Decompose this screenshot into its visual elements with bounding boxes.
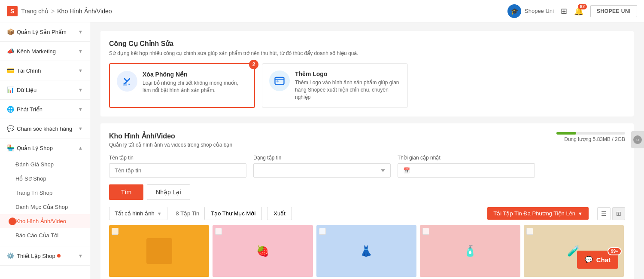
chevron-down-icon: ▼ xyxy=(578,211,583,216)
sidebar-item-tai-chinh[interactable]: 💳 Tài Chính ▼ xyxy=(0,61,90,80)
image-thumbnail-1[interactable] xyxy=(109,225,209,277)
storage-label: Dung lượng 5.83MB / 2GB xyxy=(564,136,625,142)
filter-label-date: Thời gian cập nhật xyxy=(398,155,535,161)
folder-label: Tất cả hình ảnh xyxy=(115,210,155,217)
tool-section: Công Cụ Chỉnh Sửa Sử dụng kết hợp nhiều … xyxy=(100,31,634,117)
breadcrumb-sep: > xyxy=(51,8,55,15)
svg-rect-0 xyxy=(123,83,127,86)
image-thumbnail-2[interactable]: 🍓 xyxy=(213,225,313,277)
grid-view-button[interactable]: ⊞ xyxy=(612,207,625,220)
data-icon: 📊 xyxy=(7,86,14,93)
sidebar: 📦 Quản Lý Sản Phẩm ▼ 📣 Kênh Marketing ▼ … xyxy=(0,22,90,279)
image-checkbox-2[interactable] xyxy=(215,228,222,235)
image-checkbox-4[interactable] xyxy=(422,228,429,235)
sidebar-item-quan-ly-san-pham[interactable]: 📦 Quản Lý Sản Phẩm ▼ xyxy=(0,22,90,41)
image-thumbnail-4[interactable]: 🧴 xyxy=(420,225,520,277)
layout: 📦 Quản Lý Sản Phẩm ▼ 📣 Kênh Marketing ▼ … xyxy=(0,22,644,279)
shopee-uni-button[interactable]: SHOPEE UNI xyxy=(590,5,637,17)
svg-point-2 xyxy=(276,80,279,83)
sidebar-item-trang-tri-shop[interactable]: Trang Trí Shop xyxy=(0,186,90,200)
sidebar-item-danh-gia-shop[interactable]: Đánh Giá Shop xyxy=(0,157,90,172)
sidebar-item-kenh-marketing[interactable]: 📣 Kênh Marketing ▼ xyxy=(0,42,90,61)
image-checkbox-3[interactable] xyxy=(319,228,326,235)
filter-group-filename: Tên tập tin xyxy=(109,155,246,178)
chat-badge: 99+ xyxy=(608,247,622,255)
products-icon: 📦 xyxy=(7,28,14,35)
chevron-down-icon: ▼ xyxy=(78,126,83,131)
tool-card-them-logo[interactable]: Thêm Logo Thêm Logo vào hình ảnh sản phẩ… xyxy=(262,63,408,108)
tool-card-logo-title: Thêm Logo xyxy=(295,71,401,77)
sidebar-label-finance: Tài Chính xyxy=(17,67,41,74)
chevron-down-icon: ▼ xyxy=(78,87,83,92)
tool-section-description: Sử dụng kết hợp nhiều công cụ chỉnh sửa … xyxy=(109,50,625,56)
sidebar-item-phat-trien[interactable]: 🌐 Phát Triển ▼ xyxy=(0,100,90,119)
sidebar-label-marketing: Kênh Marketing xyxy=(17,48,56,55)
export-button[interactable]: Xuất xyxy=(267,207,292,220)
sidebar-item-bao-cao[interactable]: Báo Cáo Của Tôi xyxy=(0,228,90,242)
shopee-logo[interactable]: S xyxy=(7,6,18,16)
breadcrumb-current: Kho Hình Ảnh/Video xyxy=(57,8,112,15)
sidebar-submenu-shop: Đánh Giá Shop Hồ Sơ Shop Trang Trí Shop … xyxy=(0,157,90,246)
chevron-down-icon: ▼ xyxy=(78,107,83,112)
image-thumbnail-3[interactable]: 👗 xyxy=(316,225,416,277)
media-section: Kho Hình Ảnh/Video Quản lý tất cả hình ả… xyxy=(100,123,634,279)
image-checkbox-5[interactable] xyxy=(526,228,533,235)
sidebar-item-kho-hinh-anh[interactable]: Kho Hình Ảnh/Video xyxy=(0,214,90,228)
filter-label-filetype: Dạng tập tin xyxy=(253,155,391,161)
reset-button[interactable]: Nhập Lại xyxy=(147,184,190,200)
svg-rect-1 xyxy=(275,77,284,84)
storage-bar-fill xyxy=(556,132,576,135)
sidebar-item-du-lieu[interactable]: 📊 Dữ Liệu ▼ xyxy=(0,80,90,99)
list-view-button[interactable]: ☰ xyxy=(597,207,611,220)
breadcrumb-home[interactable]: Trang chủ xyxy=(21,8,49,15)
upload-label: Tải Tập Tin Đa Phương Tiện Lên xyxy=(493,210,575,217)
sidebar-section-shop: 🏪 Quản Lý Shop ▲ Đánh Giá Shop Hồ Sơ Sho… xyxy=(0,138,90,246)
folder-select-dropdown[interactable]: Tất cả hình ảnh ▼ xyxy=(109,207,167,220)
filter-date-input[interactable]: 📅 xyxy=(398,163,535,178)
grid-icon[interactable]: ⊞ xyxy=(561,6,567,16)
chevron-up-icon: ▲ xyxy=(78,145,83,150)
media-header-left: Kho Hình Ảnh/Video Quản lý tất cả hình ả… xyxy=(109,132,232,148)
develop-icon: 🌐 xyxy=(7,106,14,113)
sidebar-item-cham-soc[interactable]: 💬 Chăm sóc khách hàng ▼ xyxy=(0,119,90,138)
sidebar-item-ho-so-shop[interactable]: Hồ Sơ Shop xyxy=(0,172,90,186)
sidebar-label-data: Dữ Liệu xyxy=(17,87,36,93)
create-folder-button[interactable]: Tạo Thư Mục Mới xyxy=(204,207,262,220)
breadcrumb: Trang chủ > Kho Hình Ảnh/Video xyxy=(21,8,112,15)
notification-button[interactable]: 🔔 82 xyxy=(574,6,583,16)
sidebar-section-data: 📊 Dữ Liệu ▼ xyxy=(0,80,90,100)
sidebar-section-cskh: 💬 Chăm sóc khách hàng ▼ xyxy=(0,119,90,138)
sidebar-section-develop: 🌐 Phát Triển ▼ xyxy=(0,100,90,119)
filter-select-filetype[interactable] xyxy=(253,163,391,178)
search-button[interactable]: Tìm xyxy=(109,184,143,200)
tool-cards-container: Xóa Phông Nền Loại bỏ những chi tiết khô… xyxy=(109,63,625,108)
sidebar-section-products: 📦 Quản Lý Sản Phẩm ▼ xyxy=(0,22,90,42)
chat-button[interactable]: 💬 Chat 99+ xyxy=(577,251,618,269)
sidebar-item-quan-ly-shop[interactable]: 🏪 Quản Lý Shop ▲ xyxy=(0,138,90,157)
marketing-icon: 📣 xyxy=(7,48,14,55)
step-badge-2: 2 xyxy=(249,60,258,69)
image-grid: 🍓 👗 🧴 🧪 xyxy=(109,225,625,277)
them-logo-icon xyxy=(269,71,290,91)
filter-input-filename[interactable] xyxy=(109,163,246,178)
tool-card-xoa-desc: Loại bỏ những chi tiết không mong muốn, … xyxy=(143,80,247,94)
chevron-down-icon: ▼ xyxy=(78,253,83,258)
topnav-right: 🎓 Shopee Uni ⊞ 🔔 82 SHOPEE UNI xyxy=(507,4,637,18)
storage-info: Dung lượng 5.83MB / 2GB xyxy=(556,132,625,142)
chat-icon: 💬 xyxy=(585,256,593,264)
sidebar-item-danh-muc-shop[interactable]: Danh Mục Của Shop xyxy=(0,200,90,214)
upload-button[interactable]: Tải Tập Tin Đa Phương Tiện Lên ▼ xyxy=(487,207,589,220)
sidebar-label-settings: Thiết Lập Shop xyxy=(17,253,55,259)
chevron-down-icon: ▼ xyxy=(78,29,83,34)
sidebar-label-products: Quản Lý Sản Phẩm xyxy=(17,29,67,35)
main-content: Công Cụ Chỉnh Sửa Sử dụng kết hợp nhiều … xyxy=(90,22,644,279)
shop-icon: 🏪 xyxy=(7,144,14,151)
tool-card-logo-desc: Thêm Logo vào hình ảnh sản phẩm giúp gia… xyxy=(295,79,401,101)
finance-icon: 💳 xyxy=(7,67,14,74)
filter-group-filetype: Dạng tập tin xyxy=(253,155,391,178)
image-checkbox-1[interactable] xyxy=(112,228,118,235)
sidebar-item-thiet-lap-shop[interactable]: ⚙️ Thiết Lập Shop ▼ xyxy=(0,246,90,265)
shopee-uni-section: 🎓 Shopee Uni xyxy=(507,4,554,18)
topnav: S Trang chủ > Kho Hình Ảnh/Video 🎓 Shope… xyxy=(0,0,644,22)
tool-card-xoa-phong-nen[interactable]: Xóa Phông Nền Loại bỏ những chi tiết khô… xyxy=(109,63,255,108)
